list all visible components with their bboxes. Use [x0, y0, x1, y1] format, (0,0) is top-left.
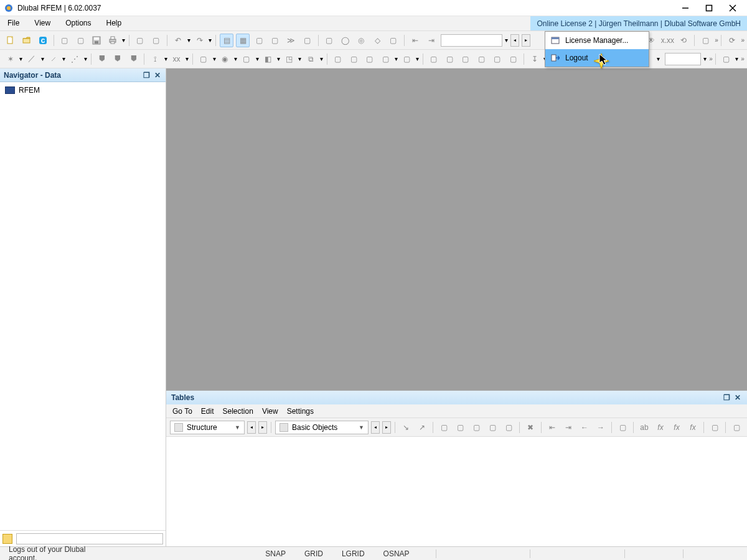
canvas-area[interactable]: [166, 68, 747, 390]
toolbar-overflow-icon[interactable]: »: [741, 55, 743, 62]
tables-menu-settings[interactable]: Settings: [287, 407, 314, 416]
tables-menu-goto[interactable]: Go To: [172, 407, 192, 416]
tool-icon[interactable]: ⛊: [127, 52, 140, 66]
tree-root[interactable]: RFEM: [2, 85, 163, 96]
toolbar-overflow-icon[interactable]: »: [741, 37, 744, 44]
tables-content[interactable]: [166, 437, 747, 546]
tool-icon[interactable]: ▢: [698, 34, 712, 47]
status-snap[interactable]: SNAP: [261, 549, 289, 558]
tool-icon[interactable]: ▢: [400, 52, 413, 66]
tool-icon[interactable]: ⋰: [68, 52, 81, 66]
tables-combo-structure[interactable]: Structure ▼: [170, 421, 245, 434]
tables-menu-selection[interactable]: Selection: [223, 407, 253, 416]
chevron-down-icon[interactable]: ▾: [122, 37, 125, 44]
tool-icon[interactable]: ⇤: [545, 421, 559, 434]
tool-icon[interactable]: ▢: [708, 421, 721, 434]
panel-close-icon[interactable]: ✕: [153, 71, 162, 80]
redo-icon[interactable]: ↷: [193, 34, 207, 47]
tool-icon[interactable]: ◉: [218, 52, 232, 66]
tool-icon[interactable]: ▢: [443, 52, 456, 66]
tool-icon[interactable]: ▢: [73, 34, 87, 47]
tables-menu-view[interactable]: View: [262, 407, 278, 416]
new-icon[interactable]: [4, 34, 17, 47]
nav-prev-button[interactable]: ◂: [510, 34, 519, 47]
menu-file[interactable]: File: [0, 16, 27, 30]
tool-icon[interactable]: ▢: [240, 52, 253, 66]
tool-icon[interactable]: ▢: [149, 34, 163, 47]
panel-restore-icon[interactable]: ❐: [722, 393, 731, 402]
tool-icon[interactable]: ▢: [347, 52, 360, 66]
license-info[interactable]: Online License 2 | Jürgen Theilmann | Dl…: [530, 16, 747, 30]
maximize-button[interactable]: [705, 4, 713, 12]
tool-icon[interactable]: ▢: [459, 52, 472, 66]
tables-next-button[interactable]: ▸: [258, 421, 267, 434]
undo-icon[interactable]: ↶: [171, 34, 185, 47]
menu-license-manager[interactable]: License Manager...: [545, 32, 649, 49]
tool-icon[interactable]: ⛊: [111, 52, 124, 66]
tool-icon[interactable]: ⇥: [425, 34, 438, 47]
tool-icon[interactable]: ◇: [370, 34, 384, 47]
panel-toggle-2-icon[interactable]: ▦: [236, 34, 250, 47]
close-button[interactable]: [728, 4, 737, 12]
delete-icon[interactable]: ✖: [524, 421, 537, 434]
tool-icon[interactable]: ↗: [415, 421, 429, 434]
tool-icon[interactable]: xx: [170, 52, 183, 66]
tool-icon[interactable]: ▢: [331, 52, 344, 66]
menu-options[interactable]: Options: [58, 16, 98, 30]
chevron-down-icon[interactable]: ▾: [187, 37, 190, 44]
tool-icon[interactable]: ←: [578, 421, 591, 434]
status-lgrid[interactable]: LGRID: [338, 549, 369, 558]
tool-icon[interactable]: →: [594, 421, 608, 434]
menu-view[interactable]: View: [27, 16, 58, 30]
tool-icon[interactable]: ◧: [261, 52, 275, 66]
tool-icon[interactable]: ⟟: [148, 52, 161, 66]
tool-icon[interactable]: ⇤: [408, 34, 422, 47]
navigator-tree[interactable]: RFEM: [0, 82, 166, 530]
open-icon[interactable]: [20, 34, 34, 47]
panel-toggle-1-icon[interactable]: ▤: [220, 34, 233, 47]
tool-icon[interactable]: ▢: [507, 52, 520, 66]
tables-prev-button[interactable]: ◂: [247, 421, 256, 434]
tool-icon[interactable]: x.xx: [660, 34, 674, 47]
tool-icon[interactable]: ab: [637, 421, 651, 434]
tool-icon[interactable]: ▢: [720, 52, 733, 66]
tool-icon[interactable]: ▢: [133, 34, 147, 47]
tool-icon[interactable]: ↘: [399, 421, 413, 434]
toolbar-overflow-icon[interactable]: »: [709, 55, 712, 62]
print-icon[interactable]: [106, 34, 120, 47]
toolbar-combo[interactable]: [441, 34, 502, 47]
tool-icon[interactable]: ◎: [354, 34, 368, 47]
menu-logout[interactable]: Logout: [545, 49, 649, 67]
script-icon[interactable]: ≫: [284, 34, 298, 47]
tool-icon[interactable]: ⟲: [677, 34, 690, 47]
nav-next-button[interactable]: ▸: [522, 34, 530, 47]
tool-icon[interactable]: ▢: [268, 34, 282, 47]
navigator-search-input[interactable]: [16, 533, 163, 544]
panel-restore-icon[interactable]: ❐: [142, 71, 151, 80]
tool-icon[interactable]: ◯: [338, 34, 352, 47]
tool-icon[interactable]: ⛊: [95, 52, 108, 66]
tables-menu-edit[interactable]: Edit: [201, 407, 214, 416]
chevron-down-icon[interactable]: ▾: [505, 37, 508, 44]
tool-icon[interactable]: ⟋: [47, 52, 60, 66]
tool-icon[interactable]: ／: [25, 52, 38, 66]
tool-icon[interactable]: ◳: [283, 52, 296, 66]
status-osnap[interactable]: OSNAP: [380, 549, 413, 558]
toolbar-overflow-icon[interactable]: »: [715, 37, 717, 44]
minimize-button[interactable]: [681, 4, 690, 12]
tool-icon[interactable]: ▢: [378, 52, 392, 66]
tool-icon[interactable]: ⧉: [304, 52, 317, 66]
toolbar-combo-2[interactable]: [665, 53, 701, 65]
save-icon[interactable]: [90, 34, 103, 47]
fx-icon[interactable]: fx: [670, 421, 684, 434]
tool-icon[interactable]: ▢: [197, 52, 210, 66]
tool-icon[interactable]: ▢: [252, 34, 266, 47]
refresh-icon[interactable]: ⟳: [725, 34, 739, 47]
tool-icon[interactable]: ▢: [427, 52, 440, 66]
tool-icon[interactable]: ▢: [502, 421, 515, 434]
tool-icon[interactable]: ▢: [387, 34, 400, 47]
tables-combo-objects[interactable]: Basic Objects ▼: [275, 421, 369, 434]
tool-icon[interactable]: ▢: [453, 421, 467, 434]
chevron-down-icon[interactable]: ▾: [209, 37, 212, 44]
note-icon[interactable]: [2, 534, 12, 544]
